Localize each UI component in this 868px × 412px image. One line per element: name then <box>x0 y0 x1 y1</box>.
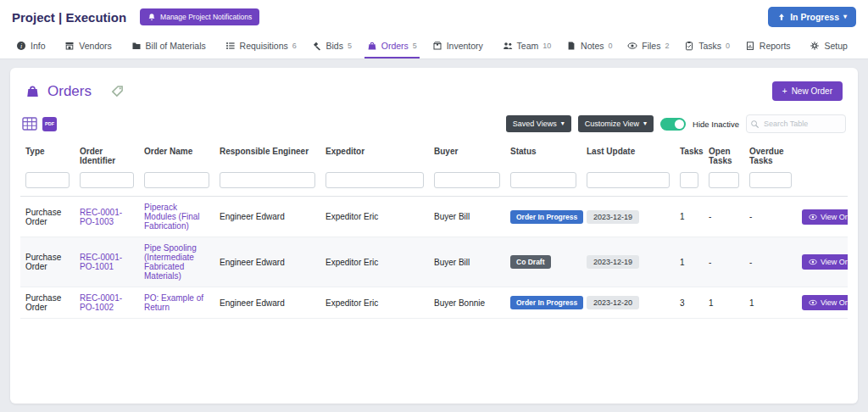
list-icon <box>225 41 236 51</box>
status-badge: Co Draft <box>510 255 551 269</box>
people-icon <box>503 41 513 51</box>
order-name-link[interactable]: Pipe Spooling (Intermediate Fabricated M… <box>144 243 197 281</box>
cell-engineer: Engineer Edward <box>214 197 320 237</box>
order-identifier-link[interactable]: REC-0001-PO-1002 <box>80 293 122 312</box>
table-row: Purchase Order REC-0001-PO-1002 PO: Exam… <box>20 287 848 319</box>
export-table-button[interactable] <box>22 117 37 131</box>
saved-views-button[interactable]: Saved Views ▾ <box>506 115 571 132</box>
tab-count: 5 <box>348 42 352 50</box>
cell-type: Purchase Order <box>20 197 75 237</box>
col-status: Status <box>505 142 581 169</box>
filter-open-tasks-input[interactable] <box>709 172 739 188</box>
tab-label: Info <box>31 41 46 51</box>
gear-icon <box>810 41 820 51</box>
project-nav-tabs: i Info Vendors Bill of Materials Requisi… <box>0 34 868 59</box>
tab-requisitions[interactable]: Requisitions6 <box>223 34 299 58</box>
order-identifier-link[interactable]: REC-0001-PO-1003 <box>80 208 122 226</box>
tab-orders[interactable]: Orders5 <box>364 34 420 58</box>
tab-files[interactable]: Files2 <box>625 34 671 58</box>
view-order-button[interactable]: View Or <box>802 295 848 310</box>
filter-status-input[interactable] <box>510 172 576 188</box>
filter-order-name-input[interactable] <box>144 172 209 188</box>
cell-type: Purchase Order <box>20 287 75 319</box>
search-input[interactable] <box>746 114 846 133</box>
cell-buyer: Buyer Bill <box>429 197 505 237</box>
cell-expeditor: Expeditor Eric <box>320 287 429 319</box>
tab-label: Files <box>642 41 660 51</box>
cell-engineer: Engineer Edward <box>214 237 320 287</box>
table-controls: Saved Views ▾ Customize View ▾ Hide Inac… <box>506 114 846 133</box>
filter-responsible-engineer-input[interactable] <box>220 172 315 188</box>
tab-count: 0 <box>726 42 730 50</box>
eye-icon <box>809 213 817 221</box>
saved-views-label: Saved Views <box>513 120 557 128</box>
tab-label: Vendors <box>79 41 112 51</box>
col-buyer: Buyer <box>429 142 505 169</box>
cell-open-tasks: - <box>704 197 744 237</box>
orders-panel: Orders + New Order PDF Saved Views <box>10 68 858 404</box>
bell-icon <box>147 13 156 21</box>
cell-open-tasks: 1 <box>704 287 744 319</box>
cell-overdue-tasks: 1 <box>744 287 797 319</box>
tab-label: Orders <box>381 41 409 51</box>
tags-button[interactable] <box>111 85 124 97</box>
cell-open-tasks: - <box>704 237 744 287</box>
cell-overdue-tasks: - <box>744 237 797 287</box>
tab-count: 2 <box>665 42 669 50</box>
page-title: Orders <box>47 83 92 100</box>
manage-notifications-button[interactable]: Manage Project Notifications <box>140 8 259 25</box>
project-status-label: In Progress <box>790 12 839 22</box>
orders-title-row: Orders + New Order <box>25 81 843 101</box>
tab-label: Team <box>517 41 539 51</box>
filter-expeditor-input[interactable] <box>326 172 424 188</box>
cell-tasks: 1 <box>675 237 704 287</box>
project-status-button[interactable]: In Progress ▾ <box>768 7 856 27</box>
tab-vendors[interactable]: Vendors <box>62 34 119 58</box>
cell-expeditor: Expeditor Eric <box>320 197 429 237</box>
filter-last-update-input[interactable] <box>587 172 670 188</box>
tab-reports[interactable]: Reports <box>743 34 798 58</box>
storefront-icon <box>64 41 75 51</box>
filter-row <box>20 169 848 197</box>
table-grid-icon <box>22 117 37 131</box>
filter-buyer-input[interactable] <box>434 172 500 188</box>
col-last-update: Last Update <box>581 142 675 169</box>
gavel-icon <box>312 41 322 51</box>
tab-setup[interactable]: Setup <box>807 34 854 58</box>
tab-tasks[interactable]: Tasks0 <box>682 34 732 58</box>
tab-count: 10 <box>542 42 551 50</box>
tab-notes[interactable]: Notes0 <box>564 34 615 58</box>
order-name-link[interactable]: PO: Example of Return <box>144 293 203 312</box>
tab-info[interactable]: i Info <box>14 34 53 58</box>
orders-table: Type Order Identifier Order Name Respons… <box>20 142 848 319</box>
view-order-button[interactable]: View Or <box>802 254 848 270</box>
order-identifier-link[interactable]: REC-0001-PO-1001 <box>80 253 122 271</box>
project-title: Project | Execution <box>12 10 126 25</box>
tag-icon <box>111 85 124 97</box>
tab-inventory[interactable]: Inventory <box>430 34 490 58</box>
toggle-knob <box>675 120 684 129</box>
hide-inactive-toggle[interactable] <box>660 118 686 131</box>
orders-table-wrap: Type Order Identifier Order Name Respons… <box>20 142 848 319</box>
col-actions <box>797 142 848 169</box>
filter-tasks-input[interactable] <box>680 172 698 188</box>
export-pdf-button[interactable]: PDF <box>42 117 57 131</box>
box-icon <box>432 41 442 51</box>
header-row: Type Order Identifier Order Name Respons… <box>20 142 848 169</box>
view-order-button[interactable]: View Or <box>802 209 848 225</box>
order-name-link[interactable]: Piperack Modules (Final Fabrication) <box>144 203 200 231</box>
tab-bids[interactable]: Bids5 <box>309 34 354 58</box>
customize-view-button[interactable]: Customize View ▾ <box>578 115 654 132</box>
filter-overdue-tasks-input[interactable] <box>749 172 792 188</box>
tab-bill-of-materials[interactable]: Bill of Materials <box>129 34 213 58</box>
table-row: Purchase Order REC-0001-PO-1003 Piperack… <box>20 197 848 237</box>
filter-order-identifier-input[interactable] <box>80 172 134 188</box>
new-order-label: New Order <box>792 86 832 96</box>
shopping-bag-icon <box>25 84 40 98</box>
plus-icon: + <box>782 86 787 96</box>
tab-team[interactable]: Team10 <box>500 34 554 58</box>
new-order-button[interactable]: + New Order <box>772 81 843 101</box>
shopping-bag-icon <box>367 41 377 51</box>
last-update-badge: 2023-12-19 <box>587 255 639 269</box>
filter-type-input[interactable] <box>25 172 70 188</box>
